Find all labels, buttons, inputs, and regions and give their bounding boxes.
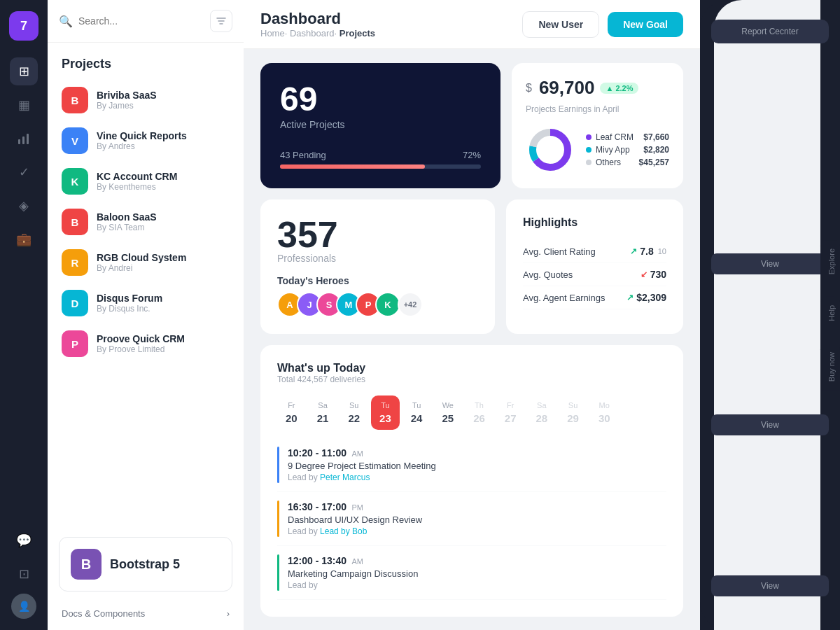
calendar-day[interactable]: Mo 30 <box>590 396 619 430</box>
calendar-day-number: 28 <box>536 412 548 424</box>
calendar-day[interactable]: Su 29 <box>559 396 587 430</box>
event-name: Dashboard UI/UX Design Review <box>288 514 666 525</box>
sidebar-icon-grid[interactable]: ▦ <box>10 91 38 119</box>
calendar-day-number: 22 <box>348 412 360 424</box>
projects-panel: 🔍 Projects B Briviba SaaS By James V Vin… <box>48 0 244 630</box>
event-border <box>277 447 279 483</box>
legend-label-others: Others <box>596 158 621 167</box>
calendar-day[interactable]: Fr 20 <box>277 396 306 430</box>
event-time: 16:30 - 17:00 PM <box>288 500 666 513</box>
bootstrap-card[interactable]: B Bootstrap 5 <box>59 537 232 592</box>
calendar-day[interactable]: Sa 21 <box>309 396 337 430</box>
calendar-day-name: Fr <box>507 401 514 410</box>
user-number-badge[interactable]: 7 <box>9 11 38 41</box>
calendar-day-number: 23 <box>379 412 391 424</box>
report-center-button[interactable]: Report Cecnter <box>711 20 829 43</box>
filter-button[interactable] <box>210 10 232 32</box>
event-lead-link[interactable]: Lead by Bob <box>320 526 367 536</box>
sidebar-icon-dashboard[interactable]: ⊞ <box>10 57 38 85</box>
calendar-day-number: 26 <box>473 412 485 424</box>
header-actions: New User New Goal <box>522 11 683 38</box>
row-3: What's up Today Total 424,567 deliveries… <box>260 345 683 617</box>
help-tab[interactable]: Help <box>820 297 840 330</box>
project-info-kc: KC Account CRM By Keenthemes <box>97 171 230 192</box>
project-info-briviba: Briviba SaaS By James <box>97 90 230 111</box>
event-lead-link[interactable]: Peter Marcus <box>320 472 370 482</box>
project-logo-briviba: B <box>62 87 88 113</box>
event-lead: Lead by <box>288 580 666 590</box>
active-projects-label: Active Projects <box>280 119 481 130</box>
sidebar: 7 ⊞ ▦ ✓ ◈ 💼 💬 ⊡ 👤 <box>0 0 48 630</box>
view-button-1[interactable]: View <box>711 253 829 274</box>
bootstrap-logo: B <box>71 549 102 580</box>
legend-item-leaf: Leaf CRM $7,660 <box>586 132 669 142</box>
calendar-day[interactable]: Tu 24 <box>402 396 431 430</box>
sidebar-icon-grid2[interactable]: ⊡ <box>10 560 38 588</box>
highlight-label: Avg. Agent Earnings <box>523 293 606 303</box>
project-item-disqus[interactable]: D Disqus Forum By Disqus Inc. <box>48 283 244 323</box>
project-item-kc[interactable]: K KC Account CRM By Keenthemes <box>48 161 244 202</box>
svg-rect-2 <box>27 134 29 144</box>
event-time: 12:00 - 13:40 AM <box>288 554 666 567</box>
view-button-3[interactable]: View <box>711 575 829 596</box>
event-details: 16:30 - 17:00 PM Dashboard UI/UX Design … <box>288 500 666 536</box>
calendar-day[interactable]: Sa 28 <box>528 396 556 430</box>
projects-list: B Briviba SaaS By James V Vine Quick Rep… <box>48 80 244 364</box>
pending-pct: 72% <box>463 150 481 160</box>
new-user-button[interactable]: New User <box>522 11 599 38</box>
earnings-legend: Leaf CRM $7,660 Mivy App $2,820 Others $… <box>586 132 669 167</box>
legend-label-mivy: Mivy App <box>596 145 630 155</box>
calendar-day[interactable]: Th 26 <box>465 396 493 430</box>
main-content: Dashboard Home· Dashboard· Projects New … <box>244 0 700 630</box>
explore-tab[interactable]: Explore <box>820 240 840 283</box>
calendar-day-name: Fr <box>288 401 295 410</box>
project-item-proove[interactable]: P Proove Quick CRM By Proove Limited <box>48 323 244 364</box>
project-info-disqus: Disqus Forum By Disqus Inc. <box>97 293 230 314</box>
buy-now-tab[interactable]: Buy now <box>820 344 840 390</box>
project-item-briviba[interactable]: B Briviba SaaS By James <box>48 80 244 120</box>
calendar-day-number: 20 <box>286 412 298 424</box>
project-name-disqus: Disqus Forum <box>97 293 230 304</box>
project-item-baloon[interactable]: B Baloon SaaS By SIA Team <box>48 202 244 242</box>
docs-link[interactable]: Docs & Components › <box>48 603 244 630</box>
legend-item-others: Others $45,257 <box>586 158 669 167</box>
project-info-vine: Vine Quick Reports By Andres <box>97 130 230 151</box>
calendar-day[interactable]: Su 22 <box>340 396 368 430</box>
calendar-day[interactable]: Fr 27 <box>496 396 525 430</box>
project-name-briviba: Briviba SaaS <box>97 90 230 101</box>
project-by-vine: By Andres <box>97 141 230 151</box>
project-name-proove: Proove Quick CRM <box>97 333 230 344</box>
sidebar-icon-chart[interactable] <box>10 125 38 153</box>
calendar-day-number: 27 <box>505 412 517 424</box>
sidebar-icon-layers[interactable]: ◈ <box>10 192 38 220</box>
trend-down-icon: ↙ <box>640 270 648 279</box>
legend-dot-mivy <box>586 147 592 153</box>
header: Dashboard Home· Dashboard· Projects New … <box>244 0 700 49</box>
sidebar-icon-check[interactable]: ✓ <box>10 158 38 186</box>
project-logo-proove: P <box>62 330 88 357</box>
calendar-header: What's up Today Total 424,567 deliveries <box>277 362 666 384</box>
svg-rect-1 <box>22 136 24 144</box>
view-button-2[interactable]: View <box>711 414 829 435</box>
project-info-rgb: RGB Cloud System By Andrei <box>97 252 230 273</box>
calendar-day-name: Tu <box>412 401 421 410</box>
highlight-label: Avg. Client Rating <box>523 246 596 257</box>
calendar-day-name: Th <box>475 401 484 410</box>
calendar-day[interactable]: Tu 23 <box>371 396 400 430</box>
calendar-day[interactable]: We 25 <box>433 396 462 430</box>
legend-dot-others <box>586 160 592 165</box>
project-item-vine[interactable]: V Vine Quick Reports By Andres <box>48 120 244 161</box>
project-logo-disqus: D <box>62 290 88 316</box>
new-goal-button[interactable]: New Goal <box>608 12 683 37</box>
legend-item-mivy: Mivy App $2,820 <box>586 145 669 155</box>
project-item-rgb[interactable]: R RGB Cloud System By Andrei <box>48 242 244 283</box>
sidebar-user-avatar[interactable]: 👤 <box>11 594 36 619</box>
sidebar-icon-briefcase[interactable]: 💼 <box>10 225 38 253</box>
event-item: 10:20 - 11:00 AM 9 Degree Project Estima… <box>277 438 666 492</box>
professionals-label: Professionals <box>277 253 478 264</box>
search-input[interactable] <box>78 15 204 27</box>
highlights-list: Avg. Client Rating ↗ 7.8 10 Avg. Quotes … <box>523 240 666 309</box>
hero-avatar: K <box>375 292 400 317</box>
sidebar-icon-message[interactable]: 💬 <box>10 526 38 554</box>
project-by-briviba: By James <box>97 101 230 111</box>
